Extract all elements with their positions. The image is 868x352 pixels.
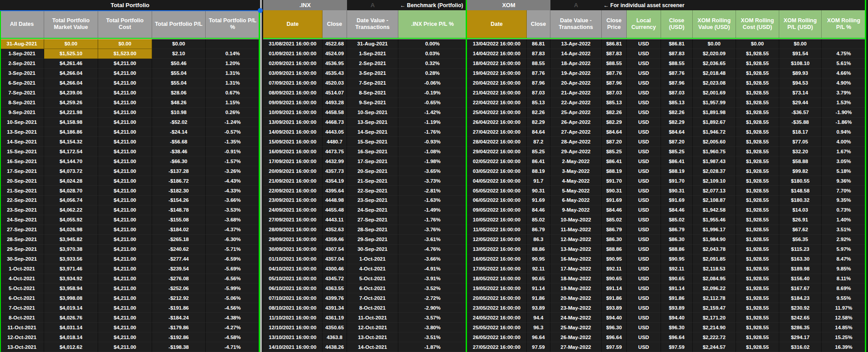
cell[interactable]: 16-May-2022: [550, 254, 602, 264]
cell[interactable]: $82.26: [661, 108, 693, 118]
cell[interactable]: 14-Sep-2021: [0, 137, 44, 147]
cell[interactable]: $4,211.00: [98, 342, 152, 352]
cell[interactable]: 24-May-2022: [550, 313, 602, 323]
cell[interactable]: 10-Sep-2021: [347, 108, 398, 118]
cell[interactable]: $4,211.00: [98, 147, 152, 156]
cell[interactable]: 0.00%: [398, 39, 467, 49]
cell[interactable]: 16-Sep-2021: [0, 156, 44, 166]
cell[interactable]: 13-Oct-2021: [347, 332, 398, 342]
cell[interactable]: $2,005.60: [693, 137, 736, 147]
cell[interactable]: $4,211.00: [98, 166, 152, 176]
cell[interactable]: $4,024.28: [44, 176, 98, 186]
cell[interactable]: 18-May-2022: [550, 274, 602, 284]
cell[interactable]: 9-Sep-2021: [347, 98, 398, 108]
cell[interactable]: 82.29: [527, 118, 550, 127]
cell[interactable]: 4307.54: [322, 245, 347, 254]
cell[interactable]: 8.69%: [822, 283, 866, 293]
cell[interactable]: 14-Sep-2021: [347, 127, 398, 137]
frozen-pane-divider[interactable]: [260, 0, 263, 352]
cell[interactable]: $97.59: [602, 342, 627, 352]
cell[interactable]: -1.57%: [206, 156, 260, 166]
cell[interactable]: 4480.7: [322, 137, 347, 147]
cell[interactable]: 27-Sep-2021: [347, 215, 398, 225]
cell[interactable]: 15/09/2021 16:00:00: [263, 137, 322, 147]
cell[interactable]: $1,892.67: [693, 118, 736, 127]
cell[interactable]: 27-Apr-2022: [550, 127, 602, 137]
cell[interactable]: $4,266.04: [44, 69, 98, 78]
cell[interactable]: 4357.04: [322, 254, 347, 264]
cell[interactable]: 91.14: [527, 283, 550, 293]
cell[interactable]: 1.31%: [206, 69, 260, 78]
cell[interactable]: 3.05%: [822, 156, 866, 166]
cell[interactable]: 4432.99: [322, 156, 347, 166]
cell[interactable]: $4,211.00: [98, 69, 152, 78]
cell[interactable]: 4473.75: [322, 147, 347, 156]
cell[interactable]: USD: [627, 108, 661, 118]
cell[interactable]: 90.31: [527, 186, 550, 196]
cell[interactable]: $0.00: [44, 39, 98, 49]
cell[interactable]: $1,928.55: [736, 342, 779, 352]
cell[interactable]: $90.31: [602, 186, 627, 196]
cell[interactable]: $1,928.55: [736, 303, 779, 313]
cell[interactable]: -3.52%: [398, 283, 467, 293]
cell[interactable]: $2.10: [152, 49, 206, 59]
cell[interactable]: 28-Sep-2021: [0, 235, 44, 245]
cell[interactable]: $2,112.78: [693, 293, 736, 303]
cell[interactable]: 5-Oct-2021: [347, 274, 398, 284]
cell[interactable]: 4524.09: [322, 49, 347, 59]
cell[interactable]: -5.06%: [206, 293, 260, 303]
cell[interactable]: 24-Sep-2021: [0, 215, 44, 225]
cell[interactable]: $86.30: [661, 235, 693, 245]
cell[interactable]: 17-May-2022: [550, 264, 602, 274]
cell[interactable]: $96.64: [602, 332, 627, 342]
cell[interactable]: $18.17: [779, 127, 822, 137]
cell[interactable]: $1,928.55: [736, 98, 779, 108]
cell[interactable]: USD: [627, 49, 661, 59]
cell[interactable]: 01/10/2021 16:00:00: [263, 254, 322, 264]
column-header[interactable]: Close (USD): [661, 10, 693, 38]
cell[interactable]: 22-Sep-2021: [0, 196, 44, 205]
cell[interactable]: $88.19: [661, 166, 693, 176]
cell[interactable]: $2,171.20: [693, 313, 736, 323]
cell[interactable]: $4,056.74: [44, 196, 98, 205]
cell[interactable]: $2,077.13: [693, 186, 736, 196]
cell[interactable]: -$137.28: [152, 166, 206, 176]
cell[interactable]: $0.00: [693, 39, 736, 49]
cell[interactable]: $4,211.00: [98, 59, 152, 69]
cell[interactable]: -1.63%: [398, 196, 467, 205]
cell[interactable]: 26/05/2022 16:00:00: [467, 332, 527, 342]
cell[interactable]: 29-Apr-2022: [550, 147, 602, 156]
cell[interactable]: 4.90%: [822, 78, 866, 88]
column-header[interactable]: XOM Rolling Cost (USD): [736, 10, 779, 38]
cell[interactable]: 93.89: [527, 303, 550, 313]
cell[interactable]: 9-May-2022: [550, 205, 602, 215]
cell[interactable]: $1,891.98: [693, 108, 736, 118]
cell[interactable]: -$186.72: [152, 176, 206, 186]
cell[interactable]: -4.56%: [206, 303, 260, 313]
cell[interactable]: -$179.86: [152, 323, 206, 332]
cell[interactable]: 23-May-2022: [550, 303, 602, 313]
cell[interactable]: $4,211.00: [98, 215, 152, 225]
cell[interactable]: -$35.88: [779, 118, 822, 127]
cell[interactable]: 27-May-2022: [550, 342, 602, 352]
cell[interactable]: 4438.26: [322, 342, 347, 352]
cell[interactable]: USD: [627, 254, 661, 264]
cell[interactable]: -2.90%: [398, 303, 467, 313]
cell[interactable]: $85.02: [661, 215, 693, 225]
cell[interactable]: -5.99%: [206, 283, 260, 293]
cell[interactable]: 22/09/2021 16:00:00: [263, 186, 322, 196]
cell[interactable]: $4,028.70: [44, 186, 98, 196]
cell[interactable]: 4448.98: [322, 196, 347, 205]
cell[interactable]: 90.95: [527, 254, 550, 264]
cell[interactable]: $4,031.14: [44, 323, 98, 332]
cell[interactable]: $1,928.55: [736, 49, 779, 59]
cell[interactable]: 19-Apr-2022: [550, 69, 602, 78]
cell[interactable]: $28.06: [152, 88, 206, 98]
cell[interactable]: 19-May-2022: [550, 283, 602, 293]
cell[interactable]: -$52.02: [152, 118, 206, 127]
cell[interactable]: 6-Oct-2021: [347, 283, 398, 293]
cell[interactable]: USD: [627, 69, 661, 78]
cell[interactable]: $50.46: [152, 59, 206, 69]
cell[interactable]: 12-Oct-2021: [0, 332, 44, 342]
cell[interactable]: -3.80%: [398, 323, 467, 332]
